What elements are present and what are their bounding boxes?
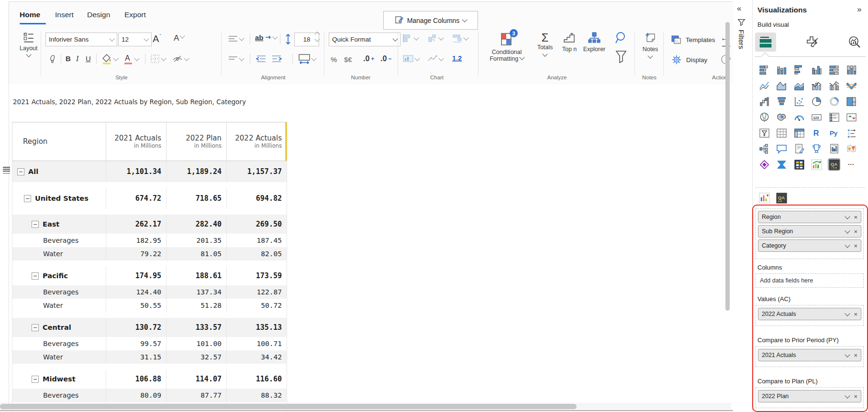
column-header-2021-actuals[interactable]: 2021 Actuals in Millions (106, 122, 167, 161)
sparkline-button[interactable] (427, 54, 443, 63)
hundred-stacked-bar-chart-icon[interactable] (828, 64, 840, 76)
value-cell[interactable]: 188.61 (167, 266, 227, 285)
value-cell[interactable]: 135.13 (227, 318, 287, 337)
value-cell[interactable]: 1,101.34 (106, 161, 167, 182)
pill-remove-icon[interactable]: × (854, 214, 857, 221)
collapse-toggle-icon[interactable]: − (24, 195, 31, 202)
line-clustered-column-chart-icon[interactable] (828, 80, 840, 91)
borders-button[interactable] (150, 54, 166, 64)
decrease-font-size-button[interactable]: A (174, 33, 184, 43)
value-cell[interactable]: 262.17 (106, 215, 167, 234)
bold-button[interactable]: B (66, 54, 71, 63)
value-cell[interactable]: 694.82 (227, 188, 287, 209)
value-cell[interactable]: 130.72 (106, 318, 167, 337)
collapse-toggle-icon[interactable]: − (32, 376, 39, 383)
column-header-2022-plan[interactable]: 2022 Plan in Millions (167, 122, 227, 161)
value-cell[interactable]: 174.95 (106, 266, 167, 285)
column-chart-dropdown[interactable] (427, 33, 443, 43)
value-cell[interactable]: 31.15 (106, 350, 167, 364)
qa-analytics-visual-icon[interactable]: QA (828, 159, 840, 170)
font-color-button[interactable]: A (123, 53, 139, 65)
funnel-chart-icon[interactable] (776, 96, 788, 107)
pill-dropdown-icon[interactable] (845, 242, 850, 248)
arcgis-map-icon[interactable] (846, 143, 857, 154)
map-icon[interactable] (758, 111, 770, 123)
conditional-formatting-button[interactable]: 3 Conditional Formatting (485, 32, 528, 62)
qa-analytics-visual-2-icon[interactable]: QA (776, 192, 788, 204)
paginated-report-icon[interactable] (828, 143, 840, 154)
inforiver-matrix-icon[interactable] (793, 159, 805, 170)
value-cell[interactable]: 269.50 (227, 215, 287, 234)
italic-button[interactable]: I (76, 54, 78, 63)
column-header-2022-actuals[interactable]: 2022 Actuals in Millions (227, 122, 287, 161)
value-cell[interactable]: 88.32 (227, 389, 287, 402)
totals-button[interactable]: Σ Totals (532, 32, 558, 59)
value-cell[interactable]: 87.77 (167, 389, 227, 402)
pie-chart-icon[interactable] (811, 96, 823, 107)
clustered-bar-chart-icon[interactable] (793, 64, 805, 76)
value-cell[interactable]: 133.57 (167, 318, 227, 337)
vertical-align-button[interactable] (228, 55, 244, 62)
value-cell[interactable]: 32.57 (167, 350, 227, 364)
percent-format-button[interactable]: % (331, 55, 337, 64)
r-script-visual-icon[interactable]: R (811, 127, 823, 139)
mini-charts-visual-icon[interactable] (758, 192, 770, 204)
decrease-decimals-button[interactable]: .0− (380, 54, 391, 63)
tab-home[interactable]: Home (20, 11, 40, 19)
manage-columns-button[interactable]: Manage Columns (383, 11, 478, 30)
format-painter-button[interactable] (47, 54, 58, 65)
value-cell[interactable]: 50.72 (227, 299, 287, 312)
font-name-combobox[interactable]: Inforiver Sans (45, 33, 117, 46)
line-chart-icon[interactable] (758, 80, 770, 91)
value-cell[interactable]: 187.45 (227, 234, 287, 247)
decrease-indent-button[interactable] (255, 54, 267, 63)
field-pill-sub-region[interactable]: Sub Region× (758, 225, 861, 238)
templates-button[interactable]: Templates (670, 34, 715, 45)
value-cell[interactable]: 99.57 (106, 337, 167, 350)
pill-dropdown-icon[interactable] (845, 311, 850, 316)
tab-build-visual[interactable] (755, 33, 776, 52)
table-row-beverages[interactable]: Beverages124.40137.34122.87 (12, 285, 287, 299)
hide-values-button[interactable] (172, 54, 189, 64)
row-height-stepper[interactable] (315, 33, 319, 43)
increase-indent-button[interactable] (271, 54, 283, 63)
stacked-area-chart-icon[interactable] (793, 80, 805, 91)
pill-remove-icon[interactable]: × (854, 352, 857, 359)
column-header-region[interactable]: Region (12, 122, 106, 161)
value-cell[interactable]: 201.35 (167, 234, 227, 247)
filters-funnel-icon[interactable] (737, 18, 746, 26)
filled-map-icon[interactable] (776, 111, 788, 123)
value-cell[interactable]: 50.55 (106, 299, 167, 312)
notes-button[interactable]: Notes (639, 32, 662, 61)
matrix-icon[interactable] (793, 127, 805, 139)
key-influencers-icon[interactable] (846, 127, 857, 139)
pill-remove-icon[interactable]: × (854, 311, 857, 318)
power-automate-icon[interactable] (776, 159, 788, 170)
layout-button[interactable]: Layout (20, 32, 38, 58)
table-row-water[interactable]: Water50.5551.2850.72 (12, 299, 287, 312)
table-row-beverages[interactable]: Beverages182.95201.35187.45 (12, 234, 287, 247)
expand-filters-icon[interactable]: « (737, 4, 741, 13)
fill-color-button[interactable] (101, 53, 118, 65)
cell-chart-button[interactable] (402, 54, 419, 63)
table-row-pacific[interactable]: −Pacific174.95188.61173.59 (12, 266, 287, 285)
value-cell[interactable]: 114.07 (167, 369, 227, 389)
top-n-button[interactable]: Top n (557, 32, 581, 53)
pill-dropdown-icon[interactable] (845, 352, 850, 357)
value-cell[interactable]: 51.28 (167, 299, 227, 312)
column-width-button[interactable] (298, 54, 316, 64)
explorer-button[interactable]: Explorer (579, 32, 609, 53)
table-row-beverages[interactable]: Beverages99.57101.00100.71 (12, 337, 287, 350)
metrics-icon[interactable] (811, 143, 823, 154)
tab-design[interactable]: Design (87, 11, 110, 19)
value-cell[interactable]: 182.95 (106, 234, 167, 247)
value-cell[interactable]: 80.09 (106, 389, 167, 402)
quick-format-dropdown[interactable]: Quick Format (329, 33, 401, 46)
collapse-pane-icon[interactable]: » (857, 5, 861, 14)
value-cell[interactable]: 173.59 (227, 266, 287, 285)
tab-format-visual[interactable] (805, 35, 820, 52)
area-chart-icon[interactable] (776, 80, 788, 91)
tab-export[interactable]: Export (124, 11, 146, 19)
collapse-toggle-icon[interactable]: − (32, 324, 39, 331)
value-cell[interactable]: 674.72 (106, 188, 167, 209)
